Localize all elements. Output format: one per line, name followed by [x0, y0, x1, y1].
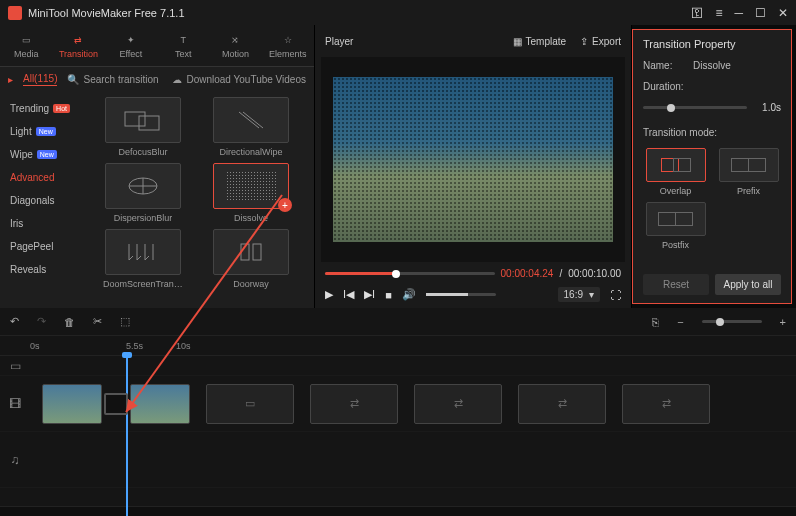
- library-panel: ▭Media ⇄Transition ✦Effect TText ⤨Motion…: [0, 25, 315, 308]
- tab-media[interactable]: ▭Media: [0, 25, 52, 66]
- export-button[interactable]: ⇪Export: [580, 36, 621, 47]
- cat-wipe[interactable]: WipeNew: [0, 143, 90, 166]
- tab-transition[interactable]: ⇄Transition: [52, 25, 104, 66]
- apply-all-button[interactable]: Apply to all: [715, 274, 781, 295]
- timeline-ruler[interactable]: 0s 5.5s 10s: [0, 336, 796, 356]
- thumb-label: DispersionBlur: [114, 213, 173, 223]
- timeline-scrollbar[interactable]: [0, 506, 796, 516]
- thumb-doomscreen[interactable]: DoomScreenTransit…: [96, 229, 190, 289]
- tab-label: Text: [175, 49, 192, 59]
- cat-pagepeel[interactable]: PagePeel: [0, 235, 90, 258]
- delete-button[interactable]: 🗑: [64, 316, 75, 328]
- stop-button[interactable]: ■: [385, 289, 392, 301]
- tab-motion[interactable]: ⤨Motion: [209, 25, 261, 66]
- next-button[interactable]: ▶I: [364, 288, 375, 301]
- clip-placeholder[interactable]: ▭: [206, 384, 294, 424]
- thumb-defocusblur[interactable]: DefocusBlur: [96, 97, 190, 157]
- zoom-in-button[interactable]: +: [780, 316, 786, 328]
- track-text-icon[interactable]: ▭: [0, 359, 30, 373]
- tab-text[interactable]: TText: [157, 25, 209, 66]
- transition-clip[interactable]: [104, 393, 128, 415]
- settings-icon[interactable]: ⎘: [652, 316, 659, 328]
- cat-label: Diagonals: [10, 195, 54, 206]
- svg-rect-7: [241, 244, 249, 260]
- thumb-dispersionblur[interactable]: DispersionBlur: [96, 163, 190, 223]
- play-button[interactable]: ▶: [325, 288, 333, 301]
- search-input[interactable]: 🔍 Search transition: [67, 74, 162, 85]
- template-button[interactable]: ▦Template: [513, 36, 567, 47]
- crop-button[interactable]: ⬚: [120, 315, 130, 328]
- thumb-dissolve[interactable]: +Dissolve: [204, 163, 298, 223]
- tab-label: Elements: [269, 49, 307, 59]
- slider-knob[interactable]: [667, 104, 675, 112]
- seek-knob[interactable]: [392, 270, 400, 278]
- volume-icon[interactable]: 🔊: [402, 288, 416, 301]
- clip-placeholder[interactable]: ⇄: [414, 384, 502, 424]
- download-label: Download YouTube Videos: [186, 74, 306, 85]
- cat-label: Light: [10, 126, 32, 137]
- track-audio-icon[interactable]: ♫: [0, 453, 30, 467]
- minimize-icon[interactable]: ─: [734, 6, 743, 20]
- app-title: MiniTool MovieMaker Free 7.1.1: [28, 7, 691, 19]
- track-video-icon[interactable]: 🎞: [0, 397, 30, 411]
- audio-track[interactable]: [30, 432, 796, 487]
- reset-button[interactable]: Reset: [643, 274, 709, 295]
- tab-label: Motion: [222, 49, 249, 59]
- key-icon[interactable]: ⚿: [691, 6, 703, 20]
- maximize-icon[interactable]: ☐: [755, 6, 766, 20]
- clip-1[interactable]: [42, 384, 102, 424]
- filter-all[interactable]: All(115): [23, 73, 57, 86]
- mode-prefix[interactable]: Prefix: [716, 148, 781, 196]
- fullscreen-button[interactable]: ⛶: [610, 289, 621, 301]
- cat-iris[interactable]: Iris: [0, 212, 90, 235]
- duration-slider[interactable]: [643, 106, 747, 109]
- name-label: Name:: [643, 60, 693, 71]
- thumb-doorway[interactable]: Doorway: [204, 229, 298, 289]
- mode-label-text: Prefix: [737, 186, 760, 196]
- cat-trending[interactable]: TrendingHot: [0, 97, 90, 120]
- undo-button[interactable]: ↶: [10, 315, 19, 328]
- mode-label: Transition mode:: [643, 127, 717, 138]
- app-logo-icon: [8, 6, 22, 20]
- chevron-down-icon[interactable]: ▸: [8, 74, 13, 85]
- timeline-tracks: ▭ 🎞 ▭ ⇄ ⇄ ⇄ ⇄ ♫: [0, 356, 796, 506]
- mode-overlap[interactable]: Overlap: [643, 148, 708, 196]
- video-track[interactable]: ▭ ⇄ ⇄ ⇄ ⇄: [30, 376, 796, 431]
- player-preview: [333, 77, 613, 242]
- close-icon[interactable]: ✕: [778, 6, 788, 20]
- cat-light[interactable]: LightNew: [0, 120, 90, 143]
- redo-button[interactable]: ↷: [37, 315, 46, 328]
- clip-2[interactable]: [130, 384, 190, 424]
- mode-label-text: Overlap: [660, 186, 692, 196]
- volume-slider[interactable]: [426, 293, 496, 296]
- tab-elements[interactable]: ☆Elements: [262, 25, 314, 66]
- menu-icon[interactable]: ≡: [715, 6, 722, 20]
- add-icon[interactable]: +: [278, 198, 292, 212]
- cloud-icon: ☁: [172, 74, 182, 85]
- property-title: Transition Property: [643, 38, 781, 50]
- cat-advanced[interactable]: Advanced: [0, 166, 90, 189]
- zoom-slider[interactable]: [702, 320, 762, 323]
- download-link[interactable]: ☁ Download YouTube Videos: [172, 74, 306, 85]
- thumb-directionalwipe[interactable]: DirectionalWipe: [204, 97, 298, 157]
- cat-diagonals[interactable]: Diagonals: [0, 189, 90, 212]
- ruler-mark: 5.5s: [126, 341, 143, 351]
- tab-effect[interactable]: ✦Effect: [105, 25, 157, 66]
- transition-icon: ⇄: [71, 33, 85, 47]
- player-seek-track[interactable]: [325, 272, 495, 275]
- svg-rect-0: [125, 112, 145, 126]
- template-icon: ▦: [513, 36, 522, 47]
- aspect-select[interactable]: 16:9▾: [558, 287, 600, 302]
- cat-reveals[interactable]: Reveals: [0, 258, 90, 281]
- cat-label: Trending: [10, 103, 49, 114]
- property-panel: Transition Property Name:Dissolve Durati…: [632, 29, 792, 304]
- clip-placeholder[interactable]: ⇄: [622, 384, 710, 424]
- clip-placeholder[interactable]: ⇄: [310, 384, 398, 424]
- clip-placeholder[interactable]: ⇄: [518, 384, 606, 424]
- category-list: TrendingHot LightNew WipeNew Advanced Di…: [0, 91, 90, 308]
- zoom-out-button[interactable]: −: [677, 316, 683, 328]
- cut-button[interactable]: ✂: [93, 315, 102, 328]
- tab-label: Effect: [119, 49, 142, 59]
- mode-postfix[interactable]: Postfix: [643, 202, 708, 250]
- prev-button[interactable]: I◀: [343, 288, 354, 301]
